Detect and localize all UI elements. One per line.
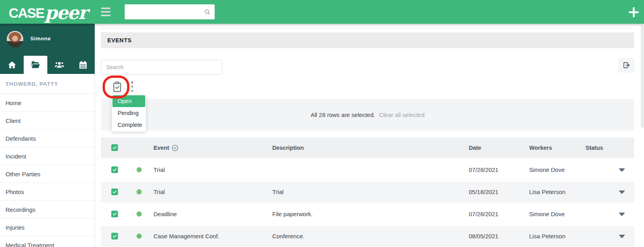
event-cell: Deadline [154, 204, 177, 224]
date-cell: 05/18/2021 [469, 182, 498, 202]
global-search-box [125, 4, 215, 19]
status-dropdown-menu: Open Pending Complete [112, 94, 146, 132]
search-icon [204, 8, 211, 16]
sidebar-item-photos[interactable]: Photos [0, 183, 95, 201]
description-cell: Trial [272, 182, 284, 202]
status-dot-icon [137, 167, 142, 172]
home-icon [7, 60, 17, 70]
checkbox-checked-icon [112, 145, 117, 150]
tab-home[interactable] [0, 56, 24, 74]
plus-icon[interactable] [628, 7, 639, 18]
events-section-header: EVENTS [101, 32, 634, 48]
global-search-input[interactable] [125, 4, 204, 19]
sort-chevron-circle-icon[interactable] [171, 144, 179, 152]
events-panel: EVENTS Open Pending Complete All [101, 24, 634, 247]
column-header-status[interactable]: Status [586, 138, 603, 158]
sidebar-nav: Home Client Defendants Incident Other Pa… [0, 94, 95, 247]
row-status-dropdown-triangle[interactable] [619, 235, 625, 238]
clear-selection-link[interactable]: Clear all selected [379, 111, 425, 118]
events-title: EVENTS [107, 37, 132, 43]
clipboard-check-icon [112, 81, 123, 93]
sidebar-header: Simone [0, 24, 95, 74]
sidebar-item-injuries[interactable]: Injuries [0, 219, 95, 236]
hamburger-menu-icon[interactable] [101, 8, 110, 16]
date-cell: 08/05/2021 [469, 226, 498, 247]
status-option-complete[interactable]: Complete [112, 119, 145, 131]
sidebar-item-recordings[interactable]: Recordings [0, 201, 95, 219]
table-row: Trial Trial 05/18/2021 Lisa Peterson [101, 182, 634, 202]
sidebar-tab-bar [0, 56, 95, 74]
folder-open-icon [30, 60, 41, 70]
export-button[interactable] [618, 58, 634, 73]
tab-calendar[interactable] [71, 56, 95, 74]
content-divider [101, 28, 634, 28]
contacts-icon [54, 60, 65, 70]
checkbox-checked-icon [112, 167, 117, 172]
sidebar-item-defendants[interactable]: Defendants [0, 130, 95, 147]
bulk-status-button[interactable] [112, 81, 123, 93]
sidebar-item-medical-treatment[interactable]: Medical Treatment [0, 236, 95, 247]
casepeer-logo: CASEpeer [9, 1, 86, 22]
table-header-row: Event Description Date Workers Status [101, 138, 634, 158]
table-row: Case Management Conf. Conference. 08/05/… [101, 226, 634, 247]
status-dot-icon [137, 211, 142, 217]
workers-cell: Lisa Peterson [529, 226, 565, 247]
logo-case-text: CASE [9, 5, 44, 21]
table-row: Deadline File paperwork. 07/28/2021 Simo… [101, 204, 634, 224]
table-row: Trial 07/28/2021 Simone Dove [101, 160, 634, 180]
tab-case-files[interactable] [24, 56, 47, 74]
avatar[interactable] [7, 31, 23, 47]
checkbox-checked-icon [112, 234, 117, 239]
row-status-dropdown-triangle[interactable] [619, 168, 625, 172]
app-window: CASEpeer Simone [0, 0, 644, 247]
scrollbar[interactable] [641, 25, 644, 128]
workers-cell: Simone Dove [529, 160, 565, 180]
status-dot-icon [137, 189, 142, 194]
events-search-input[interactable] [101, 60, 222, 75]
status-dot-icon [137, 234, 142, 239]
row-status-dropdown-triangle[interactable] [619, 213, 625, 216]
select-all-checkbox[interactable] [111, 144, 118, 151]
date-cell: 07/28/2021 [469, 160, 498, 180]
event-cell: Trial [154, 182, 165, 202]
row-checkbox[interactable] [111, 189, 118, 195]
event-cell: Trial [154, 160, 165, 180]
sidebar-item-home[interactable]: Home [0, 94, 95, 112]
row-checkbox[interactable] [111, 233, 118, 239]
description-cell: File paperwork. [272, 204, 313, 224]
status-option-pending[interactable]: Pending [112, 107, 145, 119]
calendar-icon [78, 60, 88, 70]
user-name: Simone [30, 36, 51, 41]
column-header-date[interactable]: Date [469, 138, 481, 158]
selection-message: All 28 rows are selected. [311, 111, 375, 118]
sidebar-item-client[interactable]: Client [0, 112, 95, 130]
checkbox-checked-icon [112, 189, 117, 194]
description-cell: Conference. [272, 226, 305, 247]
date-cell: 07/28/2021 [469, 204, 498, 224]
column-header-workers[interactable]: Workers [529, 138, 552, 158]
event-cell: Case Management Conf. [154, 226, 219, 247]
column-header-description[interactable]: Description [272, 138, 304, 158]
export-icon [622, 61, 631, 70]
case-name-label: THOWERD, PATTY [0, 74, 95, 94]
workers-cell: Lisa Peterson [529, 182, 565, 202]
workers-cell: Simone Dove [529, 204, 565, 224]
logo-peer-text: peer [45, 2, 87, 23]
sidebar: Simone [0, 24, 95, 247]
kebab-menu-icon[interactable] [131, 81, 134, 92]
checkbox-checked-icon [112, 211, 117, 217]
tab-contacts[interactable] [47, 56, 71, 74]
column-header-event[interactable]: Event [154, 138, 169, 158]
top-bar: CASEpeer [0, 0, 644, 24]
row-checkbox[interactable] [111, 166, 118, 173]
sidebar-item-other-parties[interactable]: Other Parties [0, 165, 95, 183]
row-status-dropdown-triangle[interactable] [619, 190, 625, 194]
sidebar-item-incident[interactable]: Incident [0, 147, 95, 165]
row-checkbox[interactable] [111, 211, 118, 217]
status-option-open[interactable]: Open [112, 95, 145, 107]
selection-banner: All 28 rows are selected. Clear all sele… [101, 99, 634, 130]
